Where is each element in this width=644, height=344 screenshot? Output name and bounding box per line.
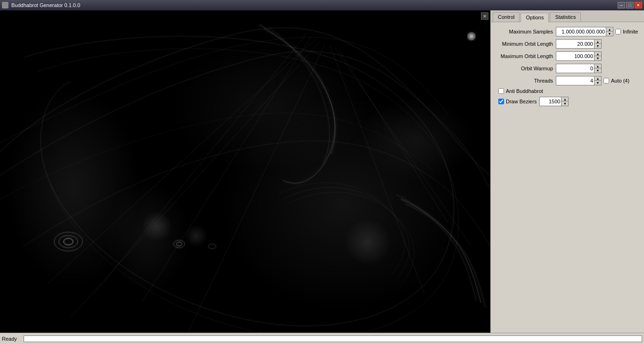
anti-buddhabrot-row: Anti Buddhabrot — [495, 88, 640, 94]
maximum-orbit-spinbox[interactable]: ▲ ▼ — [556, 51, 602, 61]
fractal-visualization — [0, 10, 490, 333]
svg-line-9 — [71, 41, 321, 317]
orbit-warmup-label: Orbit Warmup — [495, 66, 556, 71]
title-bar: Buddhabrot Generator 0.1.0.0 ─ □ ✕ — [0, 0, 644, 10]
svg-line-11 — [330, 46, 424, 294]
infinite-checkbox[interactable] — [615, 29, 621, 34]
tab-options[interactable]: Options — [520, 13, 549, 22]
anti-buddhabrot-label: Anti Buddhabrot — [498, 88, 543, 94]
minimum-orbit-down[interactable]: ▼ — [594, 44, 601, 48]
canvas-close-button[interactable]: ✕ — [481, 12, 488, 20]
draw-beziers-spinbox-buttons: ▲ ▼ — [561, 97, 568, 106]
svg-point-3 — [173, 240, 185, 248]
auto-checkbox[interactable] — [603, 78, 609, 84]
auto-checkbox-label: Auto (4) — [603, 78, 629, 84]
maximum-orbit-up[interactable]: ▲ — [594, 52, 601, 56]
maximum-orbit-row: Maximum Orbit Length ▲ ▼ — [495, 51, 640, 61]
minimum-orbit-up[interactable]: ▲ — [594, 40, 601, 44]
window-controls: ─ □ ✕ — [618, 2, 642, 8]
threads-input-group: ▲ ▼ Auto (4) — [556, 76, 629, 85]
maximum-samples-row: Maximum Samples ▲ ▼ Infinite — [495, 27, 640, 36]
svg-line-13 — [339, 50, 448, 223]
maximum-samples-spinbox[interactable]: ▲ ▼ — [556, 27, 613, 36]
anti-buddhabrot-checkbox[interactable] — [498, 88, 504, 94]
minimize-button[interactable]: ─ — [618, 2, 625, 8]
svg-line-10 — [189, 43, 325, 331]
infinite-checkbox-label: Infinite — [615, 29, 638, 34]
maximum-orbit-input-group: ▲ ▼ — [556, 51, 602, 61]
main-layout: ✕ Control Options Statistics Maximum Sam… — [0, 10, 644, 333]
close-button[interactable]: ✕ — [635, 2, 642, 8]
orbit-warmup-down[interactable]: ▼ — [594, 68, 601, 73]
auto-label: Auto (4) — [611, 78, 629, 84]
draw-beziers-label: Draw Beziers — [498, 99, 537, 104]
threads-row: Threads ▲ ▼ Auto (4) — [495, 76, 640, 85]
draw-beziers-row: Draw Beziers ▲ ▼ — [495, 97, 640, 106]
svg-line-8 — [47, 39, 316, 284]
window-title: Buddhabrot Generator 0.1.0.0 — [11, 2, 80, 8]
orbit-warmup-row: Orbit Warmup ▲ ▼ — [495, 64, 640, 73]
maximum-samples-input[interactable] — [556, 28, 606, 35]
minimum-orbit-spinbox-buttons: ▲ ▼ — [594, 40, 601, 48]
progress-bar — [24, 336, 642, 342]
threads-spinbox-buttons: ▲ ▼ — [594, 76, 601, 85]
orbit-warmup-input-group: ▲ ▼ — [556, 64, 602, 73]
app-icon — [2, 2, 8, 8]
orbit-warmup-input[interactable] — [556, 65, 594, 72]
draw-beziers-down[interactable]: ▼ — [561, 101, 568, 106]
status-text: Ready — [2, 336, 21, 342]
anti-buddhabrot-text: Anti Buddhabrot — [506, 88, 543, 94]
tab-bar: Control Options Statistics — [491, 10, 644, 22]
threads-label: Threads — [495, 78, 556, 84]
svg-point-1 — [59, 235, 78, 248]
threads-spinbox[interactable]: ▲ ▼ — [556, 76, 602, 85]
tab-control[interactable]: Control — [493, 12, 520, 22]
draw-beziers-up[interactable]: ▲ — [561, 97, 568, 101]
threads-input[interactable] — [556, 77, 594, 84]
svg-point-4 — [176, 242, 182, 246]
orbit-warmup-spinbox[interactable]: ▲ ▼ — [556, 64, 602, 73]
maximum-samples-up[interactable]: ▲ — [606, 27, 613, 32]
svg-point-15 — [470, 34, 473, 38]
minimum-orbit-input-group: ▲ ▼ — [556, 39, 602, 49]
threads-down[interactable]: ▼ — [594, 81, 601, 85]
maximum-orbit-label: Maximum Orbit Length — [495, 53, 556, 59]
draw-beziers-spinbox[interactable]: ▲ ▼ — [539, 97, 569, 106]
maximum-samples-input-group: ▲ ▼ Infinite — [556, 27, 638, 36]
maximum-samples-spinbox-buttons: ▲ ▼ — [606, 27, 613, 36]
minimum-orbit-row: Minimum Orbit Length ▲ ▼ — [495, 39, 640, 49]
maximum-samples-label: Maximum Samples — [495, 29, 556, 34]
svg-line-7 — [141, 36, 311, 303]
title-text: Buddhabrot Generator 0.1.0.0 — [2, 2, 80, 8]
svg-line-12 — [335, 48, 471, 246]
canvas-area: ✕ — [0, 10, 490, 333]
orbit-warmup-up[interactable]: ▲ — [594, 64, 601, 68]
draw-beziers-input[interactable] — [540, 98, 561, 105]
maximum-orbit-spinbox-buttons: ▲ ▼ — [594, 52, 601, 60]
maximum-orbit-input[interactable] — [556, 53, 594, 59]
draw-beziers-text: Draw Beziers — [506, 99, 537, 104]
maximize-button[interactable]: □ — [626, 2, 634, 8]
draw-beziers-checkbox[interactable] — [498, 99, 504, 104]
threads-up[interactable]: ▲ — [594, 76, 601, 81]
status-bar: Ready — [0, 333, 644, 344]
minimum-orbit-input[interactable] — [556, 41, 594, 47]
minimum-orbit-label: Minimum Orbit Length — [495, 41, 556, 47]
options-panel: Maximum Samples ▲ ▼ Infinite — [491, 22, 644, 333]
tab-statistics[interactable]: Statistics — [550, 12, 581, 22]
right-panel: Control Options Statistics Maximum Sampl… — [490, 10, 644, 333]
orbit-warmup-spinbox-buttons: ▲ ▼ — [594, 64, 601, 73]
maximum-orbit-down[interactable]: ▼ — [594, 56, 601, 60]
svg-line-6 — [94, 34, 306, 294]
minimum-orbit-spinbox[interactable]: ▲ ▼ — [556, 39, 602, 49]
maximum-samples-down[interactable]: ▼ — [606, 32, 613, 36]
svg-point-0 — [54, 232, 83, 251]
svg-point-5 — [208, 244, 216, 249]
infinite-label: Infinite — [623, 29, 638, 34]
svg-point-2 — [64, 238, 73, 245]
